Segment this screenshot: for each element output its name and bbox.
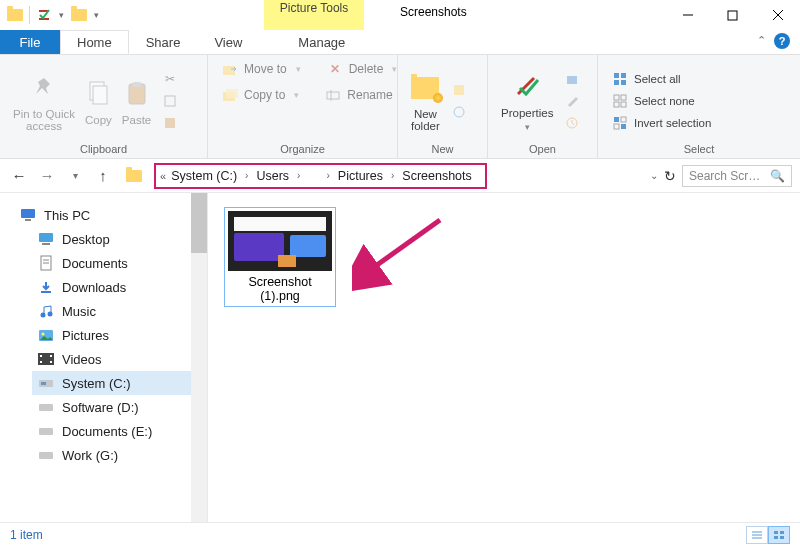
tab-share[interactable]: Share (129, 30, 198, 54)
chevron-right-icon[interactable]: › (386, 170, 399, 181)
svg-rect-8 (165, 96, 175, 106)
up-button[interactable]: ↑ (92, 165, 114, 187)
breadcrumb-pictures[interactable]: Pictures (335, 169, 386, 183)
this-pc-icon (20, 207, 36, 223)
svg-point-40 (48, 312, 53, 317)
new-item-button[interactable] (447, 80, 471, 100)
tree-documents-e[interactable]: Documents (E:) (32, 419, 200, 443)
tree-pictures[interactable]: Pictures (32, 323, 200, 347)
svg-rect-28 (621, 117, 626, 122)
search-box[interactable]: Search Scr… 🔍 (682, 165, 792, 187)
svg-rect-20 (621, 73, 626, 78)
tree-system-c[interactable]: System (C:) (32, 371, 200, 395)
svg-rect-24 (621, 95, 626, 100)
properties-button[interactable]: Properties▾ (498, 68, 556, 134)
tab-file[interactable]: File (0, 30, 60, 54)
easy-access-button[interactable] (447, 102, 471, 122)
view-large-icons-button[interactable] (768, 526, 790, 544)
svg-rect-22 (621, 80, 626, 85)
qat-folder-icon[interactable] (4, 4, 26, 26)
close-button[interactable] (755, 0, 800, 30)
navigation-pane[interactable]: This PC Desktop Documents Downloads Musi… (0, 193, 208, 522)
qat-properties-icon[interactable] (33, 4, 55, 26)
tree-desktop[interactable]: Desktop (32, 227, 200, 251)
svg-rect-51 (39, 404, 53, 411)
group-open: Properties▾ Open (488, 55, 598, 158)
tree-documents[interactable]: Documents (32, 251, 200, 275)
properties-icon (512, 70, 542, 104)
paste-shortcut-icon (162, 115, 178, 131)
address-folder-icon[interactable] (126, 170, 142, 182)
tab-view[interactable]: View (197, 30, 259, 54)
paste-shortcut-button[interactable] (158, 113, 182, 133)
copy-button[interactable]: Copy (82, 75, 115, 128)
cut-button[interactable]: ✂ (158, 69, 182, 89)
ribbon: Pin to Quick access Copy Paste ✂ Clipboa… (0, 55, 800, 159)
breadcrumb-overflow-icon[interactable]: « (160, 170, 166, 182)
copy-to-icon (222, 87, 238, 103)
pin-to-quick-access-button[interactable]: Pin to Quick access (10, 69, 78, 134)
open-button[interactable] (560, 69, 584, 89)
tab-home[interactable]: Home (60, 30, 129, 54)
breadcrumb-system[interactable]: System (C:) (168, 169, 240, 183)
edit-button[interactable] (560, 91, 584, 111)
history-dropdown[interactable]: ▾ (64, 165, 86, 187)
select-all-button[interactable]: Select all (608, 69, 715, 89)
group-organize: Move to▾ ✕Delete▾ Copy to▾ Rename Organi… (208, 55, 398, 158)
maximize-button[interactable] (710, 0, 755, 30)
drive-icon (38, 447, 54, 463)
chevron-right-icon[interactable]: › (240, 170, 253, 181)
refresh-button[interactable]: ↻ (664, 168, 676, 184)
tree-downloads[interactable]: Downloads (32, 275, 200, 299)
breadcrumb[interactable]: « System (C:) › Users › › Pictures › Scr… (154, 163, 487, 189)
tree-software-d[interactable]: Software (D:) (32, 395, 200, 419)
paste-button[interactable]: Paste (119, 75, 154, 128)
rename-button[interactable]: Rename (321, 85, 396, 105)
files-pane[interactable]: Screenshot (1).png (208, 193, 800, 522)
tree-music[interactable]: Music (32, 299, 200, 323)
collapse-ribbon-icon[interactable]: ⌃ (757, 34, 766, 47)
invert-selection-button[interactable]: Invert selection (608, 113, 715, 133)
copy-path-button[interactable] (158, 91, 182, 111)
address-dropdown-icon[interactable]: ⌄ (650, 170, 658, 181)
svg-rect-13 (327, 92, 339, 99)
search-icon: 🔍 (770, 169, 785, 183)
nav-scrollbar-thumb[interactable] (191, 193, 207, 253)
paste-icon (125, 77, 149, 111)
svg-rect-5 (93, 86, 107, 104)
easy-access-icon (451, 104, 467, 120)
svg-point-16 (454, 107, 464, 117)
breadcrumb-screenshots[interactable]: Screenshots (399, 169, 474, 183)
tab-manage[interactable]: Manage (281, 30, 362, 54)
forward-button[interactable]: → (36, 165, 58, 187)
qat-dropdown-icon[interactable]: ▾ (55, 10, 68, 20)
chevron-right-icon[interactable]: › (292, 170, 305, 181)
tree-work-g[interactable]: Work (G:) (32, 443, 200, 467)
chevron-right-icon[interactable]: › (321, 170, 334, 181)
move-to-button[interactable]: Move to▾ (218, 59, 305, 79)
new-folder-button[interactable]: New folder (408, 69, 443, 134)
history-button[interactable] (560, 113, 584, 133)
help-icon[interactable]: ? (774, 33, 790, 49)
group-new: New folder New (398, 55, 488, 158)
back-button[interactable]: ← (8, 165, 30, 187)
view-details-button[interactable] (746, 526, 768, 544)
qat-customize-icon[interactable]: ▾ (90, 10, 103, 20)
rename-icon (325, 87, 341, 103)
qat-newfolder-icon[interactable] (68, 4, 90, 26)
svg-rect-32 (25, 219, 31, 221)
delete-button[interactable]: ✕Delete▾ (323, 59, 402, 79)
svg-rect-17 (567, 76, 577, 84)
minimize-button[interactable] (665, 0, 710, 30)
ribbon-tabs: File Home Share View Manage ⌃ ? (0, 30, 800, 55)
select-none-icon (612, 93, 628, 109)
svg-rect-50 (41, 382, 46, 385)
tree-videos[interactable]: Videos (32, 347, 200, 371)
group-clipboard: Pin to Quick access Copy Paste ✂ Clipboa… (0, 55, 208, 158)
tree-this-pc[interactable]: This PC (14, 203, 207, 227)
copy-to-button[interactable]: Copy to▾ (218, 85, 303, 105)
breadcrumb-users[interactable]: Users (253, 169, 292, 183)
file-item-screenshot-1[interactable]: Screenshot (1).png (224, 207, 336, 307)
select-none-button[interactable]: Select none (608, 91, 715, 111)
svg-rect-52 (39, 428, 53, 435)
